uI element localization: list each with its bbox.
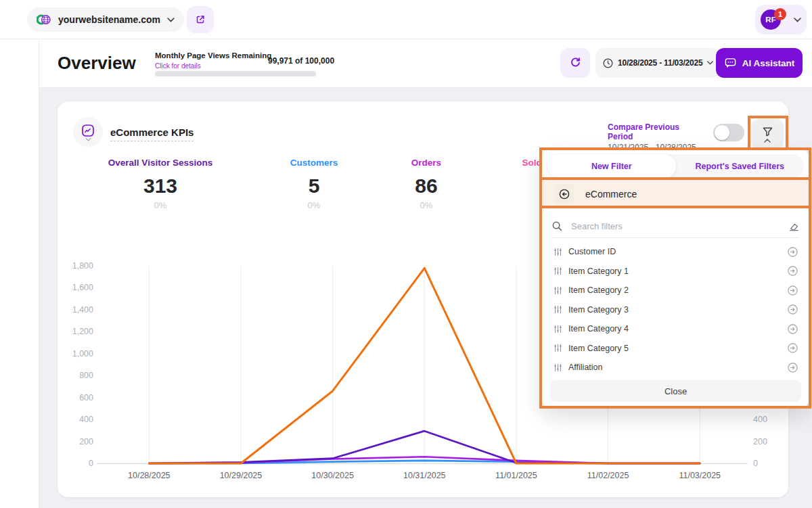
chevron-down-icon <box>707 61 713 65</box>
pageviews-usage: 99,971 of 100,000 <box>268 56 334 66</box>
svg-text:10/29/2025: 10/29/2025 <box>220 471 263 480</box>
filter-label: Item Category 4 <box>568 324 787 333</box>
filter-list: Customer ID Item Category 1 Item Categor… <box>542 242 809 377</box>
filter-context-label: eCommerce <box>585 189 637 200</box>
kpi-value: 313 <box>108 175 212 198</box>
filter-button[interactable] <box>751 119 784 149</box>
filter-label: Affiliation <box>568 363 787 372</box>
kpi-change: 0% <box>290 200 338 210</box>
sliders-icon <box>554 305 562 314</box>
tab-new-filter[interactable]: New Filter <box>547 154 676 179</box>
sliders-icon <box>554 286 562 295</box>
kpi-metric: Overall Visitor Sessions 313 0% <box>108 158 212 210</box>
filter-tabs: New Filter Report's Saved Filters <box>547 154 804 179</box>
kpi-metric: Orders 86 0% <box>411 158 441 210</box>
app-window: yourwebsitename.com RF 1 <box>0 0 812 508</box>
filter-list-item[interactable]: Item Category 4 <box>542 319 809 339</box>
svg-text:200: 200 <box>753 437 767 446</box>
filter-label: Item Category 5 <box>568 344 787 353</box>
website-selector[interactable]: yourwebsitename.com <box>27 7 184 32</box>
eraser-icon[interactable] <box>788 221 800 232</box>
chevron-down-icon <box>167 18 175 22</box>
arrow-right-circle-icon[interactable] <box>787 246 798 258</box>
chevron-down-icon <box>794 18 801 22</box>
funnel-icon <box>761 126 774 137</box>
svg-text:11/03/2025: 11/03/2025 <box>679 471 721 480</box>
sliders-icon <box>554 248 562 256</box>
filter-label: Item Category 2 <box>568 285 787 295</box>
close-button[interactable]: Close <box>550 380 801 402</box>
sidebar <box>0 39 39 508</box>
kpi-value: 86 <box>411 175 441 198</box>
open-website-button[interactable] <box>187 6 214 33</box>
card-title[interactable]: eCommerce KPIs <box>110 126 194 141</box>
arrow-right-circle-icon[interactable] <box>787 285 798 296</box>
svg-text:1,000: 1,000 <box>72 349 93 359</box>
arrow-right-circle-icon[interactable] <box>787 323 798 335</box>
compare-label: Compare Previous Period <box>608 122 699 141</box>
svg-text:11/01/2025: 11/01/2025 <box>495 471 537 480</box>
kpi-label[interactable]: Sold <box>522 158 541 168</box>
filter-list-item[interactable]: Item Category 3 <box>542 300 809 320</box>
toggle-knob <box>715 125 729 140</box>
compare-toggle[interactable] <box>713 124 744 141</box>
compare-previous-period: Compare Previous Period 10/21/2025 - 10/… <box>608 122 699 152</box>
arrow-right-circle-icon[interactable] <box>787 342 798 354</box>
filter-list-item[interactable]: Item Category 1 <box>542 262 809 281</box>
svg-text:0: 0 <box>753 459 758 468</box>
clock-icon <box>602 57 614 69</box>
refresh-button[interactable] <box>560 48 590 78</box>
sliders-icon <box>554 267 562 275</box>
svg-text:0: 0 <box>89 459 93 468</box>
kpi-value: 5 <box>290 175 338 198</box>
sliders-icon <box>554 344 562 352</box>
filter-label: Item Category 3 <box>568 305 787 315</box>
filter-list-item[interactable]: Item Category 2 <box>542 281 809 300</box>
filter-label: Customer ID <box>568 247 787 256</box>
filter-list-item[interactable]: Affiliation <box>542 358 809 377</box>
widget-menu-button[interactable] <box>73 117 103 147</box>
refresh-icon <box>568 56 582 70</box>
arrow-right-circle-icon[interactable] <box>787 362 798 373</box>
profile-menu[interactable]: RF 1 <box>755 5 807 34</box>
ai-assistant-label: AI Assistant <box>742 58 795 68</box>
page-title: Overview <box>58 53 136 74</box>
kpi-label[interactable]: Orders <box>411 158 441 168</box>
kpi-label[interactable]: Customers <box>290 158 338 168</box>
pageviews-progress-bar <box>155 71 316 76</box>
filter-list-item[interactable]: Item Category 5 <box>542 339 809 359</box>
svg-text:200: 200 <box>79 437 93 446</box>
filter-search-row <box>551 215 800 238</box>
avatar: RF 1 <box>761 9 781 30</box>
pageviews-label: Monthly Page Views Remaining <box>155 51 271 60</box>
filter-list-item[interactable]: Customer ID <box>542 242 809 262</box>
pageviews-progress-fill <box>155 71 316 76</box>
date-range-picker[interactable]: 10/28/2025 - 11/03/2025 <box>595 48 720 78</box>
svg-text:1,600: 1,600 <box>72 283 93 292</box>
line-chart-icon <box>81 123 95 138</box>
kpi-metric: Sold <box>522 158 541 175</box>
kpi-label[interactable]: Overall Visitor Sessions <box>108 158 212 168</box>
tab-saved-filters[interactable]: Report's Saved Filters <box>676 154 805 179</box>
svg-text:10/30/2025: 10/30/2025 <box>311 471 354 480</box>
filter-label: Item Category 1 <box>568 267 787 276</box>
kpi-change: 0% <box>108 200 212 210</box>
search-icon <box>551 221 563 232</box>
date-range-value: 10/28/2025 - 11/03/2025 <box>618 58 703 68</box>
svg-text:1,400: 1,400 <box>72 305 93 315</box>
ai-assistant-button[interactable]: AI Assistant <box>716 48 803 78</box>
context-icon-box <box>554 184 574 204</box>
filter-search-input[interactable] <box>570 221 782 232</box>
chevron-up-icon <box>764 139 771 143</box>
arrow-right-circle-icon[interactable] <box>787 265 798 277</box>
website-name: yourwebsitename.com <box>58 14 160 25</box>
pageviews-details-link[interactable]: Click for details <box>155 62 201 70</box>
sliders-icon <box>554 325 562 333</box>
svg-text:11/02/2025: 11/02/2025 <box>587 471 629 480</box>
filter-context-row[interactable]: eCommerce <box>542 180 809 208</box>
filter-panel: New Filter Report's Saved Filters eComme… <box>542 150 809 407</box>
external-link-icon <box>194 14 206 26</box>
svg-text:400: 400 <box>753 415 767 424</box>
globe-icon <box>37 14 51 26</box>
arrow-right-circle-icon[interactable] <box>787 304 798 315</box>
